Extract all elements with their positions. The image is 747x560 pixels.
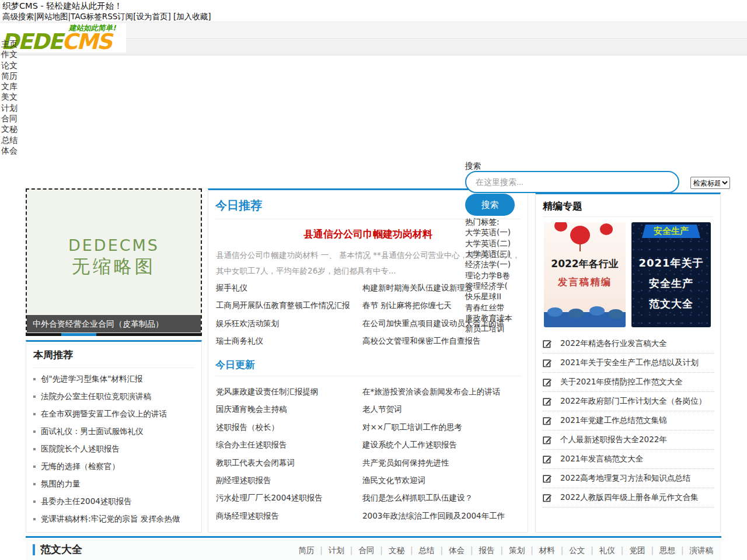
nav-item[interactable]: 论文 bbox=[1, 60, 18, 71]
list-item[interactable]: 法院办公室主任职位竞职演讲稿 bbox=[33, 388, 198, 405]
category-link[interactable]: 总结 bbox=[404, 545, 435, 555]
article-link[interactable]: 工商局开展队伍教育整顿工作情况汇报 bbox=[216, 296, 362, 314]
header-quicklinks[interactable]: 高级搜索|网站地图|TAG标签RSS订阅[设为首页] [加入收藏] bbox=[2, 12, 211, 22]
article-link[interactable]: 国庆通宵晚会主持稿 bbox=[216, 400, 362, 418]
tag-link[interactable]: 新员工培训 bbox=[465, 323, 512, 334]
article-link[interactable]: 2003年政法综治工作回顾及2004年工作 bbox=[362, 507, 523, 524]
category-link[interactable]: 策划 bbox=[495, 545, 525, 555]
list-item[interactable]: 无悔的选择（检察官） bbox=[33, 458, 198, 475]
list-item-label: 党课讲稿材料:牢记党的宗旨 发挥余热做 bbox=[41, 514, 180, 524]
list-item[interactable]: 县委办主任2004述职报告 bbox=[33, 493, 198, 510]
tag-link[interactable]: 青春红丝带 bbox=[465, 302, 512, 313]
category-link[interactable]: 思想 bbox=[645, 545, 675, 555]
page: 织梦CMS - 轻松建站从此开始！ 高级搜索|网站地图|TAG标签RSS订阅[设… bbox=[0, 0, 747, 560]
topic-link-label: 2022高考地理复习方法和知识点总结 bbox=[560, 473, 690, 484]
list-item[interactable]: 氛围的力量 bbox=[33, 475, 198, 493]
nav-item[interactable]: 计划 bbox=[1, 103, 18, 113]
article-link[interactable]: 娱乐狂欢活动策划 bbox=[216, 314, 362, 332]
category-link[interactable]: 报告 bbox=[465, 545, 495, 555]
category-link[interactable]: 公文 bbox=[555, 545, 585, 555]
link-row: 综合办主任述职报告 建设系统个人工作述职报告 bbox=[216, 436, 523, 453]
article-link[interactable]: 共产党员如何保持先进性 bbox=[362, 454, 523, 471]
banner-text: 2022年各行业 bbox=[544, 257, 626, 271]
topic-banner-speeches[interactable]: 2022年各行业 发言稿精编 bbox=[544, 222, 626, 327]
topic-list-item[interactable]: 关于2021年疫情防控工作范文大全 bbox=[543, 373, 714, 392]
topic-list-item[interactable]: 2021年党建工作总结范文集锦 bbox=[543, 411, 714, 430]
list-item[interactable]: 在全市双拥暨安置工作会议上的讲话 bbox=[33, 405, 198, 423]
list-item[interactable]: 医院院长个人述职报告 bbox=[33, 440, 198, 458]
category-link[interactable]: 材料 bbox=[525, 545, 555, 555]
article-link[interactable]: 建设系统个人工作述职报告 bbox=[362, 436, 523, 453]
article-link[interactable]: 在*旅游投资洽谈会新闻发布会上的讲话 bbox=[362, 383, 523, 400]
topic-banner-safety[interactable]: 安全生产 2021年关于 安全生产 范文大全 bbox=[631, 222, 711, 327]
square-bullet-icon bbox=[33, 483, 36, 485]
list-item[interactable]: 创"先进学习型集体"材料汇报 bbox=[33, 370, 198, 388]
tag-link[interactable]: 快乐星球II bbox=[465, 291, 512, 302]
article-link[interactable]: 教职工代表大会闭幕词 bbox=[216, 454, 362, 471]
nav-item[interactable]: 合同 bbox=[1, 113, 18, 124]
search-scope-select[interactable]: 检索标题 bbox=[690, 177, 730, 189]
category-link[interactable]: 简历 bbox=[298, 545, 314, 555]
topic-list-item[interactable]: 2022高考地理复习方法和知识点总结 bbox=[543, 469, 714, 488]
category-link[interactable]: 体会 bbox=[434, 545, 465, 555]
tag-link[interactable]: 大学英语(二) bbox=[465, 238, 512, 249]
slider-thumbnail[interactable]: DEDECMS 无缩略图 中外合资经营企业合同（皮革制品） bbox=[26, 188, 202, 336]
search-button[interactable]: 搜索 bbox=[465, 194, 515, 216]
article-link[interactable]: 渔民文化节欢迎词 bbox=[362, 471, 523, 489]
article-link[interactable]: 老人节贺词 bbox=[362, 400, 523, 418]
tag-link[interactable]: 大学英语(三) bbox=[465, 249, 512, 259]
wave-decoration bbox=[544, 312, 626, 327]
hot-tags: 热门标签: 大学英语(一)大学英语(二)大学英语(三)经济法学(一)理论力学B卷… bbox=[465, 216, 512, 334]
edit-icon bbox=[543, 416, 552, 425]
site-logo[interactable]: 建站如此简单! DEDECMS bbox=[0, 23, 126, 52]
tag-link[interactable]: 大学英语(一) bbox=[465, 227, 512, 237]
nav-item[interactable]: 文秘 bbox=[1, 124, 18, 134]
category-link[interactable]: 合同 bbox=[344, 545, 375, 555]
topic-list-item[interactable]: 个人最新述职报告大全2022年 bbox=[543, 430, 714, 450]
nav-item[interactable]: 文库 bbox=[1, 81, 18, 92]
article-link[interactable]: 党风廉政建设责任制汇报提纲 bbox=[216, 383, 362, 400]
nav-item[interactable]: 总结 bbox=[1, 135, 18, 145]
topic-list-item[interactable]: 2022人教版四年级上册各单元作文合集 bbox=[543, 488, 714, 508]
nav-item[interactable]: 作文 bbox=[1, 49, 18, 60]
no-thumbnail-text: 无缩略图 bbox=[27, 254, 201, 279]
nav-item[interactable]: 美文 bbox=[1, 92, 18, 102]
carousel-scrollbar-thumb[interactable] bbox=[61, 333, 96, 336]
article-link[interactable]: 污水处理厂厂长2004述职报告 bbox=[216, 489, 362, 506]
category-link[interactable]: 演讲稿 bbox=[675, 545, 713, 555]
category-link[interactable]: 计划 bbox=[314, 545, 344, 555]
topic-list-item[interactable]: 2021年发言稿范文大全 bbox=[543, 450, 714, 469]
tag-link[interactable]: 廉政教育读本 bbox=[465, 313, 512, 323]
article-link[interactable]: 我们是怎么样抓职工队伍建设？ bbox=[362, 489, 523, 506]
category-link[interactable]: 礼仪 bbox=[585, 545, 615, 555]
list-item[interactable]: 面试礼仪：男士面试服饰礼仪 bbox=[33, 423, 198, 440]
topic-list-item[interactable]: 2021年关于安全生产工作总结以及计划 bbox=[543, 354, 714, 373]
logo-cms: CMS bbox=[62, 29, 111, 54]
search-input[interactable] bbox=[465, 171, 679, 193]
topic-list-item[interactable]: 2022年政府部门工作计划大全（各岗位） bbox=[543, 392, 714, 411]
article-link[interactable]: 瑞士商务礼仪 bbox=[216, 332, 362, 349]
edit-icon bbox=[543, 454, 552, 464]
nav-item[interactable]: 简历 bbox=[1, 71, 18, 81]
article-link[interactable]: 综合办主任述职报告 bbox=[216, 436, 362, 453]
square-bullet-icon bbox=[33, 413, 36, 415]
article-link[interactable]: 商场经理述职报告 bbox=[216, 507, 362, 524]
nav-item[interactable]: 主页 bbox=[1, 38, 18, 49]
weekly-recommend-title: 本周推荐 bbox=[33, 348, 73, 362]
tag-link[interactable]: 经济法学(一) bbox=[465, 259, 512, 270]
slider-caption[interactable]: 中外合资经营企业合同（皮革制品） bbox=[27, 315, 201, 332]
category-link[interactable]: 党团 bbox=[615, 545, 645, 555]
article-link[interactable]: 对××厂职工培训工作的思考 bbox=[362, 418, 523, 436]
tag-link[interactable]: 管理经济学( bbox=[465, 281, 512, 291]
tag-link[interactable]: 理论力学B卷 bbox=[465, 270, 512, 281]
today-updates-title: 今日更新 bbox=[215, 358, 255, 372]
category-link[interactable]: 文秘 bbox=[374, 545, 404, 555]
link-row: 教职工代表大会闭幕词 共产党员如何保持先进性 bbox=[216, 454, 523, 471]
article-link[interactable]: 述职报告（校长） bbox=[216, 418, 362, 436]
list-item[interactable]: 党课讲稿材料:牢记党的宗旨 发挥余热做 bbox=[33, 510, 198, 528]
topic-list-item[interactable]: 2022年精选各行业发言稿大全 bbox=[543, 334, 714, 354]
article-link[interactable]: 握手礼仪 bbox=[216, 279, 362, 296]
nav-item[interactable]: 体会 bbox=[1, 145, 18, 156]
article-link[interactable]: 副经理述职报告 bbox=[216, 471, 362, 489]
article-link[interactable]: 高校公文管理和保密工作自查报告 bbox=[362, 332, 523, 349]
